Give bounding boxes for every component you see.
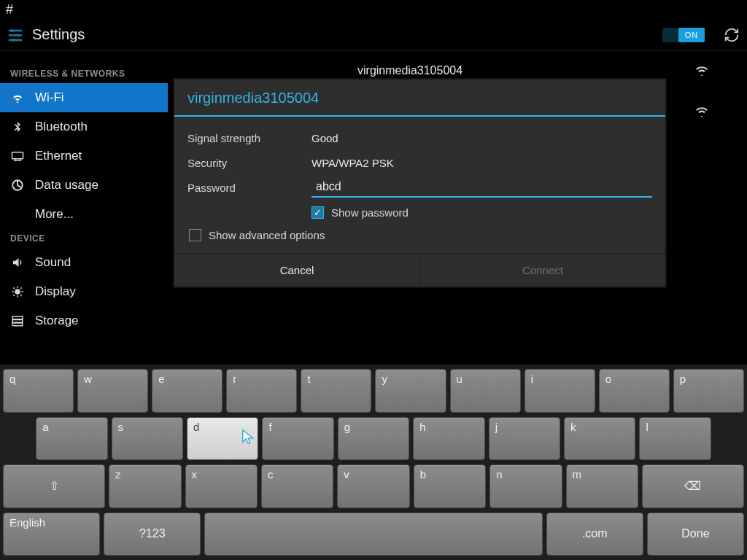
symbols-key[interactable]: ?123 (104, 513, 201, 556)
keyboard-row-2: asdfghjkl (3, 417, 744, 461)
shift-icon: ⇧ (50, 479, 59, 493)
key-h[interactable]: h (413, 417, 484, 461)
svg-point-4 (17, 34, 20, 36)
sidebar-item-ethernet[interactable]: Ethernet (0, 141, 168, 171)
key-b[interactable]: b (414, 464, 486, 508)
bluetooth-icon (10, 120, 25, 133)
signal-strength-label: Signal strength (187, 132, 311, 144)
security-value: WPA/WPA2 PSK (311, 157, 394, 169)
show-password-checkbox[interactable]: ✓ Show password (311, 202, 409, 223)
page-title: Settings (32, 26, 85, 43)
svg-rect-10 (12, 320, 23, 323)
wifi-signal-icon (694, 105, 711, 117)
key-s[interactable]: s (112, 417, 183, 461)
key-y[interactable]: y (375, 369, 446, 413)
sidebar-item-label: Display (35, 284, 76, 299)
key-e[interactable]: e (152, 369, 222, 413)
signal-strength-value: Good (311, 132, 338, 144)
checkbox-unchecked-icon (189, 229, 201, 241)
password-input[interactable] (311, 177, 652, 198)
settings-icon (6, 26, 25, 44)
key-f[interactable]: f (262, 417, 333, 461)
data-usage-icon (10, 179, 25, 192)
shift-key[interactable]: ⇧ (3, 464, 105, 508)
cancel-button[interactable]: Cancel (174, 254, 420, 287)
key-z[interactable]: z (109, 464, 181, 508)
key-i[interactable]: i (525, 369, 595, 413)
security-label: Security (187, 157, 311, 169)
key-q[interactable]: q (3, 369, 74, 413)
storage-icon (10, 314, 25, 327)
key-j[interactable]: j (489, 417, 560, 461)
key-c[interactable]: c (261, 464, 333, 508)
checkbox-checked-icon: ✓ (311, 206, 324, 219)
language-key[interactable]: English (3, 513, 100, 556)
svg-point-3 (10, 29, 13, 32)
key-x[interactable]: x (185, 464, 258, 508)
sidebar-item-data-usage[interactable]: Data usage (0, 171, 168, 200)
wifi-connect-dialog: virginmedia3105004 Signal strength Good … (174, 79, 666, 287)
done-key[interactable]: Done (647, 513, 744, 556)
key-p[interactable]: p (673, 369, 744, 413)
network-name: virginmedia3105004 (357, 64, 694, 77)
key-g[interactable]: g (338, 417, 409, 461)
sidebar-item-more[interactable]: More... (0, 200, 168, 229)
key-t[interactable]: t (301, 369, 371, 413)
sidebar-item-label: Data usage (35, 178, 98, 192)
svg-rect-1 (9, 34, 22, 36)
keyboard-row-3: ⇧ zxcvbnm ⌫ (3, 464, 744, 508)
connect-button[interactable]: Connect (420, 254, 665, 287)
wifi-master-toggle[interactable]: ON (662, 28, 705, 42)
dotcom-key-label: .com (582, 527, 608, 540)
keyboard-row-4: English ?123 .com Done (3, 513, 744, 556)
svg-rect-11 (12, 323, 23, 326)
sidebar-item-label: Ethernet (35, 149, 82, 163)
sidebar-item-label: Sound (35, 255, 71, 270)
key-a[interactable]: a (36, 417, 107, 461)
key-w[interactable]: w (77, 369, 148, 413)
sound-icon (10, 256, 25, 269)
svg-rect-9 (12, 316, 23, 319)
space-key[interactable] (204, 513, 542, 556)
section-device-heading: DEVICE (0, 229, 168, 248)
backspace-key[interactable]: ⌫ (642, 464, 744, 508)
show-password-label: Show password (331, 206, 409, 219)
refresh-icon[interactable] (722, 26, 741, 44)
dialog-title: virginmedia3105004 (174, 79, 665, 117)
sidebar-item-display[interactable]: Display (0, 277, 168, 306)
sidebar-item-wifi[interactable]: Wi-Fi (0, 83, 168, 112)
show-advanced-label: Show advanced options (209, 229, 325, 241)
show-advanced-checkbox[interactable]: Show advanced options (187, 225, 652, 246)
dotcom-key[interactable]: .com (546, 513, 643, 556)
display-icon (10, 285, 25, 298)
done-key-label: Done (681, 527, 709, 540)
main-panel: virginmedia3105004 Secured with WPA/WPA2… (168, 51, 747, 365)
svg-point-8 (15, 289, 20, 295)
key-n[interactable]: n (489, 464, 562, 508)
key-u[interactable]: u (450, 369, 521, 413)
key-m[interactable]: m (566, 464, 638, 508)
password-label: Password (187, 182, 311, 194)
sidebar-item-label: More... (35, 207, 74, 222)
backspace-icon: ⌫ (684, 479, 701, 493)
sidebar-item-bluetooth[interactable]: Bluetooth (0, 112, 168, 141)
key-v[interactable]: v (337, 464, 409, 508)
sidebar-item-sound[interactable]: Sound (0, 248, 168, 277)
wifi-signal-icon (694, 64, 711, 76)
key-l[interactable]: l (639, 417, 711, 461)
sidebar-item-label: Wi-Fi (35, 90, 64, 105)
key-k[interactable]: k (564, 417, 635, 461)
onscreen-keyboard: qwertyuiop asdfghjkl ⇧ zxcvbnm ⌫ English… (0, 365, 747, 560)
key-d[interactable]: d (187, 417, 258, 461)
settings-sidebar: WIRELESS & NETWORKS Wi-Fi Bluetooth Ethe… (0, 51, 168, 365)
svg-rect-2 (9, 39, 22, 41)
key-o[interactable]: o (599, 369, 670, 413)
sidebar-item-storage[interactable]: Storage (0, 306, 168, 335)
section-wireless-heading: WIRELESS & NETWORKS (0, 64, 168, 83)
sidebar-item-label: Storage (35, 314, 79, 328)
app-header: Settings ON (0, 19, 747, 51)
svg-rect-6 (12, 152, 23, 159)
svg-point-5 (12, 38, 15, 41)
key-r[interactable]: r (226, 369, 297, 413)
ethernet-icon (10, 151, 25, 161)
